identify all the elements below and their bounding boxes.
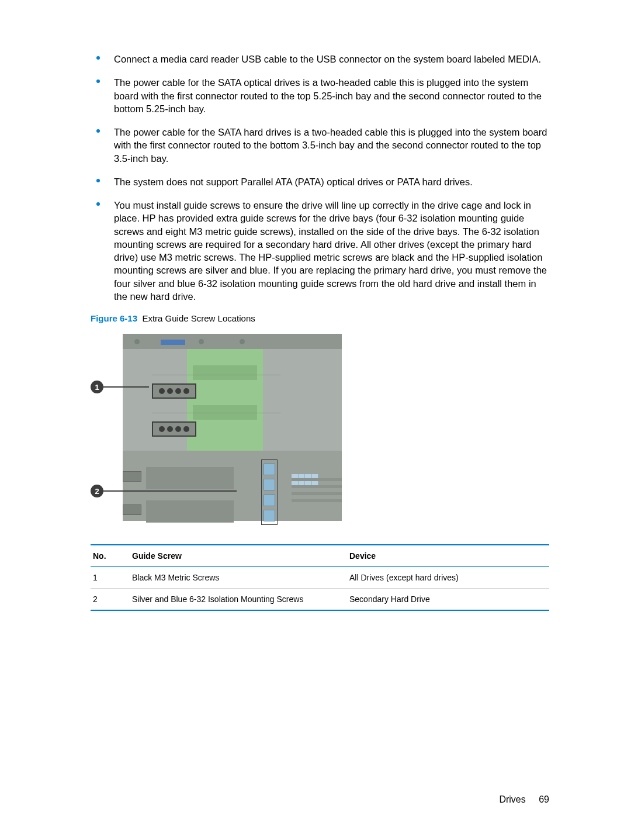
- callout-leader-icon: [103, 490, 237, 492]
- bullet-text: The power cable for the SATA optical dri…: [114, 77, 542, 114]
- table-row: 1 Black M3 Metric Screws All Drives (exc…: [91, 567, 549, 589]
- callout-number: 2: [95, 487, 99, 496]
- m3-screw-row: [152, 383, 196, 399]
- m3-screw-row: [152, 421, 196, 437]
- bullet-text: Connect a media card reader USB cable to…: [114, 54, 541, 64]
- bullet-list: Connect a media card reader USB cable to…: [91, 53, 549, 303]
- isolation-screw-column: [261, 459, 278, 525]
- bullet-text: The system does not support Parallel ATA…: [114, 177, 473, 187]
- bullet-item: The power cable for the SATA optical dri…: [91, 76, 549, 115]
- guide-screw-table: No. Guide Screw Device 1 Black M3 Metric…: [91, 544, 549, 611]
- drive-bay-upper: [187, 349, 263, 451]
- page-footer: Drives 69: [499, 794, 549, 805]
- cell-no: 2: [91, 589, 130, 611]
- col-device: Device: [347, 545, 549, 567]
- panel-lines: [292, 474, 342, 506]
- callout-number: 1: [95, 383, 99, 392]
- bullet-text: The power cable for the SATA hard drives…: [114, 127, 547, 164]
- figure-image: 1 2: [91, 328, 342, 527]
- bullet-item: The power cable for the SATA hard drives…: [91, 126, 549, 165]
- cell-no: 1: [91, 567, 130, 589]
- col-screw: Guide Screw: [130, 545, 347, 567]
- cell-device: Secondary Hard Drive: [347, 589, 549, 611]
- callout-badge-2: 2: [91, 485, 103, 497]
- cell-screw: Black M3 Metric Screws: [130, 567, 347, 589]
- bullet-item: The system does not support Parallel ATA…: [91, 175, 549, 188]
- bullet-item: Connect a media card reader USB cable to…: [91, 53, 549, 65]
- figure-caption-text: Extra Guide Screw Locations: [142, 313, 255, 323]
- cell-device: All Drives (except hard drives): [347, 567, 549, 589]
- col-no: No.: [91, 545, 130, 567]
- footer-page-number: 69: [539, 794, 549, 804]
- bullet-dot-icon: [96, 129, 100, 133]
- callout-leader-icon: [103, 386, 149, 388]
- document-page: Connect a media card reader USB cable to…: [0, 0, 631, 840]
- cell-screw: Silver and Blue 6-32 Isolation Mounting …: [130, 589, 347, 611]
- chassis-illustration: [123, 334, 342, 521]
- callout-badge-1: 1: [91, 381, 103, 393]
- footer-section: Drives: [499, 794, 525, 804]
- table-header-row: No. Guide Screw Device: [91, 545, 549, 567]
- figure-caption: Figure 6-13 Extra Guide Screw Locations: [91, 313, 549, 323]
- bullet-text: You must install guide screws to ensure …: [114, 200, 547, 302]
- chassis-top-strip: [123, 334, 342, 349]
- figure-label: Figure 6-13: [91, 313, 137, 323]
- bullet-dot-icon: [96, 179, 100, 182]
- bullet-dot-icon: [96, 202, 100, 206]
- bullet-item: You must install guide screws to ensure …: [91, 199, 549, 303]
- bullet-dot-icon: [96, 79, 100, 83]
- table-row: 2 Silver and Blue 6-32 Isolation Mountin…: [91, 589, 549, 611]
- bullet-dot-icon: [96, 56, 100, 60]
